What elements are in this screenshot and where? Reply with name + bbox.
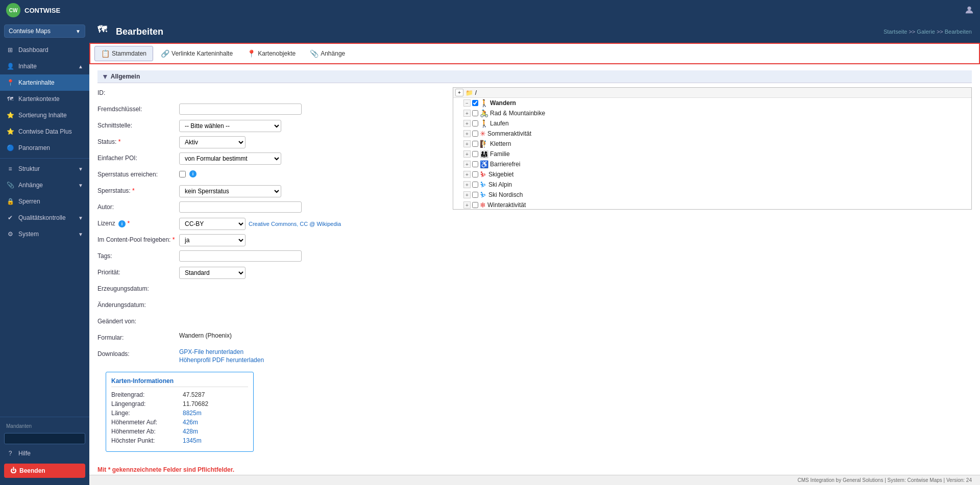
fremdschluessel-input[interactable]: [179, 104, 302, 115]
prioritaet-select[interactable]: Standard Hoch Niedrig: [179, 267, 246, 279]
map-info-section: Karten-Informationen Breitengrad: 47.528…: [106, 372, 254, 452]
cc-wikipedia-link[interactable]: CC @ Wikipedia: [300, 221, 341, 227]
struktur-icon: ≡: [6, 165, 14, 173]
form-section: ▼ Allgemein ID: Fremdsch: [89, 64, 980, 462]
sperrstatus-info-icon[interactable]: i: [189, 170, 197, 177]
schnittstelle-select[interactable]: -- Bitte wählen --: [179, 120, 281, 132]
kartenobjekte-tab-icon: 📍: [247, 49, 256, 58]
download1-link[interactable]: GPX-File herunterladen: [179, 348, 445, 355]
tags-input[interactable]: [179, 250, 302, 262]
sidebar-item-hilfe[interactable]: ? Hilfe: [0, 446, 89, 461]
sidebar-item-sperren[interactable]: 🔒 Sperren: [0, 193, 89, 210]
sidebar-item-label: Sperren: [18, 198, 40, 205]
field-formular: Formular: Wandern (Phoenix): [97, 332, 445, 345]
sidebar-item-karteninhalte[interactable]: 📍 Karteninhalte: [0, 74, 89, 91]
field-status: Status: Aktiv Inaktiv: [97, 136, 445, 149]
tree-expand-winteraktivitaet[interactable]: +: [463, 201, 471, 209]
sidebar-item-kartenkontexte[interactable]: 🗺 Kartenkontexte: [0, 91, 89, 107]
tab-verlinkte-label: Verlinkte Karteninhalte: [172, 50, 233, 57]
sperrstatus-control: kein Sperrstatus: [179, 185, 445, 197]
sidebar-item-struktur[interactable]: ≡ Struktur ▼: [0, 161, 89, 177]
field-lizenz: Lizenz i CC-BY CC0 Creative Commons,: [97, 218, 445, 231]
sperrstatus-select[interactable]: kein Sperrstatus: [179, 185, 281, 197]
sidebar-item-sortierung[interactable]: ⭐ Sortierung Inhalte: [0, 107, 89, 123]
download2-link[interactable]: Höhenprofil PDF herunterladen: [179, 356, 445, 364]
tree-expand-skialpin[interactable]: +: [463, 181, 471, 188]
sidebar-item-inhalte[interactable]: 👤 Inhalte ▲: [0, 58, 89, 74]
autor-input[interactable]: [179, 201, 302, 213]
tree-expand-sommer[interactable]: +: [463, 130, 471, 137]
tab-stammdaten[interactable]: 📋 Stammdaten: [94, 46, 153, 61]
sidebar-item-system[interactable]: ⚙ System ▼: [0, 226, 89, 242]
creative-commons-link[interactable]: Creative Commons: [249, 221, 297, 227]
sidebar-item-label: Inhalte: [18, 63, 37, 70]
sidebar-item-dashboard[interactable]: ⊞ Dashboard: [0, 42, 89, 58]
sperrstatus-erreichen-checkbox[interactable]: [179, 171, 186, 177]
hoehenab-link[interactable]: 428m: [183, 428, 198, 435]
sidebar-item-anhaenge[interactable]: 📎 Anhänge ▼: [0, 177, 89, 193]
lizenz-info-icon[interactable]: i: [118, 220, 126, 227]
breadcrumb-current[interactable]: Bearbeiten: [945, 29, 972, 35]
user-icon[interactable]: [965, 5, 974, 16]
tree-checkbox-skinordisch[interactable]: [472, 192, 478, 198]
tree-item-laufen: + 🚶 Laufen: [453, 118, 971, 129]
lizenz-select[interactable]: CC-BY CC0: [179, 218, 246, 230]
laenge-label: Länge:: [111, 410, 183, 417]
content-pool-control: ja nein: [179, 234, 445, 246]
tree-item-rad: + 🚴 Rad & Mountainbike: [453, 108, 971, 118]
sidebar-item-dataplus[interactable]: ⭐ Contwise Data Plus: [0, 123, 89, 140]
mandanten-input[interactable]: [4, 433, 85, 444]
schnittstelle-label: Schnittstelle:: [97, 120, 179, 129]
tab-anhaenge[interactable]: 📎 Anhänge: [303, 46, 352, 61]
field-sperrstatus-erreichen: Sperrstatus erreichen: i: [97, 169, 445, 182]
collapse-icon[interactable]: ▼: [102, 72, 109, 81]
hoehenauf-link[interactable]: 426m: [183, 419, 198, 426]
tree-checkbox-rad[interactable]: [472, 110, 478, 116]
tree-expand-klettern[interactable]: +: [463, 140, 471, 147]
barrierefrei-icon: ♿: [480, 160, 488, 168]
tree-expand-skigebiet[interactable]: +: [463, 171, 471, 178]
app-selector[interactable]: Contwise Maps ▼: [4, 24, 85, 38]
tree-expand-familie[interactable]: +: [463, 150, 471, 158]
tree-expand-wandern[interactable]: −: [463, 99, 471, 107]
einfacher-poi-select[interactable]: von Formular bestimmt Ja Nein: [179, 152, 281, 165]
field-tags: Tags:: [97, 250, 445, 264]
tree-checkbox-wandern[interactable]: [472, 100, 478, 106]
skialpin-icon: ⛷: [480, 181, 487, 189]
tree-expand-btn[interactable]: +: [455, 89, 463, 96]
hoechster-link[interactable]: 1345m: [183, 437, 202, 444]
tree-checkbox-sommer[interactable]: [472, 131, 478, 137]
tree-expand-rad[interactable]: +: [463, 110, 471, 117]
chevron-up-icon: ▲: [78, 64, 83, 69]
tab-kartenobjekte[interactable]: 📍 Kartenobjekte: [240, 46, 302, 61]
sidebar-item-label: Panoramen: [18, 144, 50, 151]
chevron-down-icon: ▼: [76, 29, 81, 34]
tree-label-skigebiet: Skigebiet: [488, 171, 513, 178]
laenge-link[interactable]: 8825m: [183, 410, 202, 417]
tree-checkbox-winteraktivitaet[interactable]: [472, 202, 478, 208]
section-allgemein-header: ▼ Allgemein: [97, 70, 972, 83]
beenden-button[interactable]: ⏻ Beenden: [4, 464, 85, 478]
sidebar-item-label: Kartenkontexte: [18, 95, 60, 103]
content-pool-select[interactable]: ja nein: [179, 234, 246, 246]
sidebar-item-qualitaet[interactable]: ✔ Qualitätskontrolle ▼: [0, 210, 89, 226]
sidebar-item-panoramen[interactable]: 🔵 Panoramen: [0, 140, 89, 156]
tree-checkbox-laufen[interactable]: [472, 120, 478, 126]
tree-expand-skinordisch[interactable]: +: [463, 191, 471, 198]
breadcrumb-sep1: >>: [909, 29, 917, 35]
tree-checkbox-skigebiet[interactable]: [472, 171, 478, 177]
lock-icon: 🔒: [6, 197, 14, 206]
tree-expand-laufen[interactable]: +: [463, 120, 471, 127]
tree-checkbox-familie[interactable]: [472, 151, 478, 157]
einfacher-poi-control: von Formular bestimmt Ja Nein: [179, 152, 445, 165]
tab-verlinkte[interactable]: 🔗 Verlinkte Karteninhalte: [154, 46, 239, 61]
hoehenab-label: Höhenmeter Ab:: [111, 428, 183, 435]
breadcrumb-galerie[interactable]: Galerie: [917, 29, 935, 35]
tree-checkbox-barrierefrei[interactable]: [472, 161, 478, 167]
tree-checkbox-skialpin[interactable]: [472, 182, 478, 188]
tree-expand-barrierefrei[interactable]: +: [463, 161, 471, 168]
tree-checkbox-klettern[interactable]: [472, 141, 478, 147]
breadcrumb-startseite[interactable]: Startseite: [884, 29, 907, 35]
status-select[interactable]: Aktiv Inaktiv: [179, 136, 246, 148]
tab-anhaenge-label: Anhänge: [321, 50, 345, 57]
